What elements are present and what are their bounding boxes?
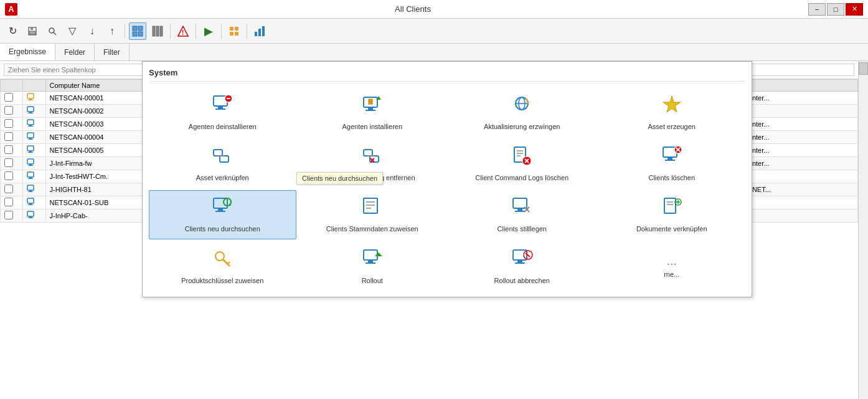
monitor-cancel-icon bbox=[511, 248, 533, 274]
cell-check bbox=[1, 144, 23, 157]
tooltip: Clients neu durchsuchen bbox=[296, 172, 383, 185]
down-button[interactable]: ↓ bbox=[83, 22, 101, 40]
svg-rect-26 bbox=[28, 113, 33, 113]
menu-asset-erzeugen[interactable]: Asset erzeugen bbox=[598, 88, 746, 137]
svg-point-3 bbox=[49, 28, 54, 33]
row-checkbox[interactable] bbox=[4, 158, 13, 167]
svg-rect-9 bbox=[153, 26, 155, 36]
save-button[interactable] bbox=[24, 22, 41, 40]
menu-asset-verknuepfen[interactable]: Asset verknüpfen bbox=[149, 139, 296, 188]
tab-filter[interactable]: Filter bbox=[95, 44, 130, 60]
cell-check bbox=[1, 131, 23, 144]
menu-dokumente-verknuepfen[interactable]: Dokumente verknüpfen bbox=[598, 190, 746, 239]
row-checkbox[interactable] bbox=[4, 132, 13, 141]
monitor-rollout-icon bbox=[361, 248, 384, 274]
row-checkbox[interactable] bbox=[4, 119, 13, 128]
svg-rect-22 bbox=[29, 99, 32, 100]
svg-rect-21 bbox=[27, 94, 34, 99]
cell-icon bbox=[23, 157, 45, 170]
svg-rect-7 bbox=[133, 32, 137, 36]
filter-button[interactable]: ▽ bbox=[64, 22, 81, 40]
menu-dokumente-verknuepfen-label: Dokumente verknüpfen bbox=[636, 225, 707, 233]
window-controls: − □ ✕ bbox=[808, 3, 863, 16]
view-button[interactable] bbox=[129, 22, 146, 40]
svg-rect-111 bbox=[368, 260, 373, 262]
scrollbar-right[interactable] bbox=[858, 61, 868, 399]
minimize-button[interactable]: − bbox=[808, 3, 826, 16]
menu-client-command-logs[interactable]: Client Command Logs löschen bbox=[448, 139, 596, 188]
svg-rect-35 bbox=[28, 152, 33, 153]
menu-client-command-logs-label: Client Command Logs löschen bbox=[475, 174, 568, 182]
svg-rect-39 bbox=[27, 172, 34, 177]
globe-update-icon bbox=[511, 94, 533, 120]
svg-rect-30 bbox=[27, 133, 34, 138]
maximize-button[interactable]: □ bbox=[827, 3, 844, 16]
svg-rect-38 bbox=[28, 165, 33, 166]
svg-marker-113 bbox=[375, 252, 382, 256]
row-checkbox[interactable] bbox=[4, 211, 13, 219]
svg-rect-50 bbox=[28, 218, 33, 218]
svg-rect-89 bbox=[218, 208, 223, 211]
menu-rollout-abbrechen[interactable]: Rollout abbrechen bbox=[448, 242, 596, 291]
svg-rect-84 bbox=[665, 160, 675, 161]
separator-5 bbox=[247, 24, 247, 39]
menu-clients-stammdaten[interactable]: Clients Stammdaten zuweisen bbox=[299, 190, 446, 239]
search-button[interactable] bbox=[44, 22, 61, 40]
cell-check bbox=[1, 92, 23, 105]
svg-rect-5 bbox=[133, 26, 137, 31]
row-checkbox[interactable] bbox=[4, 106, 13, 115]
menu-produktschluessel-label: Produktschlüssel zuweisen bbox=[181, 277, 263, 285]
list-assign-icon bbox=[361, 196, 384, 223]
row-checkbox[interactable] bbox=[4, 145, 13, 154]
svg-text:!: ! bbox=[182, 29, 184, 36]
menu-grid: Agenten deinstallieren Agenten installie… bbox=[149, 88, 745, 291]
svg-rect-33 bbox=[27, 146, 34, 151]
puzzle-button[interactable] bbox=[225, 22, 243, 40]
window-title: All Clients bbox=[17, 4, 808, 14]
system-dropdown: System Agenten deinstallieren Agenten in… bbox=[142, 61, 752, 297]
cell-check bbox=[1, 170, 23, 183]
row-checkbox[interactable] bbox=[4, 198, 13, 206]
menu-agenten-deinstallieren[interactable]: Agenten deinstallieren bbox=[149, 88, 296, 137]
svg-line-109 bbox=[227, 262, 230, 264]
menu-clients-neu-durchsuchen[interactable]: Clients neu durchsuchen bbox=[149, 190, 296, 239]
svg-rect-24 bbox=[27, 107, 34, 112]
menu-aktualisierung[interactable]: Aktualisierung erzwingen bbox=[448, 88, 596, 137]
svg-rect-28 bbox=[29, 125, 32, 126]
svg-marker-66 bbox=[663, 96, 681, 112]
tab-felder[interactable]: Felder bbox=[55, 44, 95, 60]
svg-rect-58 bbox=[366, 110, 375, 111]
close-button[interactable]: ✕ bbox=[846, 3, 863, 16]
menu-rollout[interactable]: Rollout bbox=[299, 242, 446, 291]
menu-clients-stilllegen[interactable]: Clients stilllegen bbox=[448, 190, 596, 239]
menu-more[interactable]: ... rne... bbox=[598, 242, 746, 291]
menu-agenten-installieren[interactable]: Agenten installieren bbox=[299, 88, 446, 137]
col-header-check bbox=[1, 80, 23, 92]
cell-check bbox=[1, 157, 23, 170]
svg-point-107 bbox=[215, 252, 224, 261]
row-checkbox[interactable] bbox=[4, 93, 13, 102]
svg-rect-40 bbox=[29, 177, 32, 178]
row-checkbox[interactable] bbox=[4, 185, 13, 193]
svg-rect-10 bbox=[156, 26, 159, 36]
columns-button[interactable] bbox=[149, 22, 166, 40]
menu-clients-stilllegen-label: Clients stilllegen bbox=[498, 225, 547, 233]
cell-icon bbox=[23, 118, 45, 131]
up-button[interactable]: ↑ bbox=[103, 22, 121, 40]
svg-rect-19 bbox=[258, 29, 261, 36]
menu-produktschluessel[interactable]: Produktschlüssel zuweisen bbox=[149, 242, 296, 291]
chart-button[interactable] bbox=[251, 22, 268, 40]
svg-rect-47 bbox=[28, 204, 33, 205]
row-checkbox[interactable] bbox=[4, 171, 13, 180]
svg-rect-8 bbox=[138, 32, 143, 36]
avira-button[interactable]: ! bbox=[174, 22, 192, 40]
separator-2 bbox=[170, 24, 171, 39]
svg-rect-16 bbox=[235, 27, 238, 31]
svg-rect-14 bbox=[230, 27, 234, 31]
tab-ergebnisse[interactable]: Ergebnisse bbox=[0, 44, 55, 60]
refresh-button[interactable]: ↻ bbox=[4, 22, 21, 40]
play-button[interactable]: ▶ bbox=[200, 22, 217, 40]
menu-clients-loeschen[interactable]: Clients löschen bbox=[598, 139, 746, 188]
svg-rect-90 bbox=[215, 211, 225, 212]
col-header-icon bbox=[23, 80, 45, 92]
